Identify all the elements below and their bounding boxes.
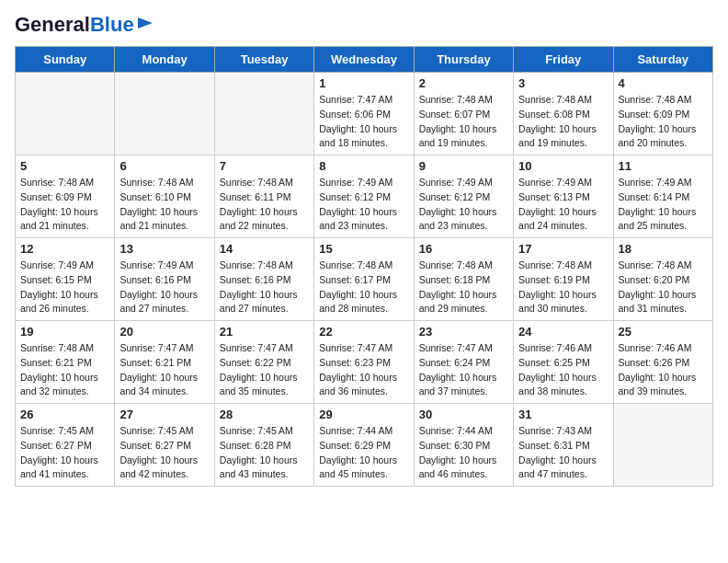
calendar-week-row: 5Sunrise: 7:48 AMSunset: 6:09 PMDaylight… [16, 155, 713, 238]
day-info: Sunrise: 7:48 AMSunset: 6:17 PMDaylight:… [319, 259, 408, 316]
day-info: Sunrise: 7:49 AMSunset: 6:13 PMDaylight:… [518, 176, 608, 234]
day-info: Sunrise: 7:48 AMSunset: 6:10 PMDaylight:… [119, 176, 209, 234]
calendar-cell: 18Sunrise: 7:48 AMSunset: 6:20 PMDayligh… [613, 238, 712, 321]
day-number: 7 [220, 159, 309, 173]
calendar-cell: 6Sunrise: 7:48 AMSunset: 6:10 PMDaylight… [115, 155, 214, 238]
day-number: 27 [119, 408, 209, 421]
calendar-cell: 15Sunrise: 7:48 AMSunset: 6:17 PMDayligh… [314, 238, 414, 321]
calendar-cell [214, 73, 313, 155]
day-info: Sunrise: 7:48 AMSunset: 6:20 PMDaylight:… [619, 259, 708, 316]
calendar-cell: 12Sunrise: 7:49 AMSunset: 6:15 PMDayligh… [16, 238, 115, 321]
calendar-table: SundayMondayTuesdayWednesdayThursdayFrid… [15, 46, 713, 487]
day-info: Sunrise: 7:44 AMSunset: 6:29 PMDaylight:… [319, 424, 408, 482]
calendar-cell: 3Sunrise: 7:48 AMSunset: 6:08 PMDaylight… [514, 73, 613, 155]
calendar-cell: 10Sunrise: 7:49 AMSunset: 6:13 PMDayligh… [514, 155, 613, 238]
day-info: Sunrise: 7:45 AMSunset: 6:28 PMDaylight:… [220, 424, 309, 482]
calendar-cell: 21Sunrise: 7:47 AMSunset: 6:22 PMDayligh… [214, 321, 313, 404]
day-number: 20 [119, 325, 209, 339]
weekday-header: Friday [514, 47, 613, 73]
day-info: Sunrise: 7:48 AMSunset: 6:21 PMDaylight:… [20, 341, 109, 399]
calendar-cell: 29Sunrise: 7:44 AMSunset: 6:29 PMDayligh… [314, 404, 414, 487]
calendar-cell [115, 73, 214, 155]
day-number: 4 [619, 76, 708, 90]
calendar-cell: 4Sunrise: 7:48 AMSunset: 6:09 PMDaylight… [613, 73, 712, 155]
day-info: Sunrise: 7:49 AMSunset: 6:14 PMDaylight:… [619, 176, 708, 234]
calendar-week-row: 26Sunrise: 7:45 AMSunset: 6:27 PMDayligh… [16, 404, 713, 487]
calendar-week-row: 19Sunrise: 7:48 AMSunset: 6:21 PMDayligh… [16, 321, 713, 404]
day-number: 2 [419, 76, 508, 90]
calendar-week-row: 1Sunrise: 7:47 AMSunset: 6:06 PMDaylight… [16, 73, 713, 155]
weekday-header: Thursday [414, 47, 513, 73]
day-number: 22 [319, 325, 408, 339]
day-number: 8 [319, 159, 408, 173]
calendar-header-row: SundayMondayTuesdayWednesdayThursdayFrid… [16, 47, 713, 73]
calendar-cell: 2Sunrise: 7:48 AMSunset: 6:07 PMDaylight… [414, 73, 513, 155]
day-number: 16 [419, 242, 508, 256]
day-number: 23 [419, 325, 508, 339]
weekday-header: Saturday [613, 47, 712, 73]
day-info: Sunrise: 7:49 AMSunset: 6:12 PMDaylight:… [419, 176, 508, 234]
calendar-cell [16, 73, 115, 155]
calendar-cell: 11Sunrise: 7:49 AMSunset: 6:14 PMDayligh… [613, 155, 712, 238]
day-number: 31 [518, 408, 608, 421]
calendar-cell: 16Sunrise: 7:48 AMSunset: 6:18 PMDayligh… [414, 238, 513, 321]
weekday-header: Sunday [16, 47, 115, 73]
day-number: 1 [319, 76, 408, 90]
calendar-cell: 27Sunrise: 7:45 AMSunset: 6:27 PMDayligh… [115, 404, 214, 487]
calendar-cell: 9Sunrise: 7:49 AMSunset: 6:12 PMDaylight… [414, 155, 513, 238]
day-number: 21 [220, 325, 309, 339]
day-info: Sunrise: 7:48 AMSunset: 6:16 PMDaylight:… [220, 259, 309, 316]
day-info: Sunrise: 7:47 AMSunset: 6:22 PMDaylight:… [220, 341, 309, 399]
calendar-cell: 13Sunrise: 7:49 AMSunset: 6:16 PMDayligh… [115, 238, 214, 321]
day-info: Sunrise: 7:44 AMSunset: 6:30 PMDaylight:… [419, 424, 508, 482]
calendar-cell: 17Sunrise: 7:48 AMSunset: 6:19 PMDayligh… [514, 238, 613, 321]
day-info: Sunrise: 7:43 AMSunset: 6:31 PMDaylight:… [518, 424, 608, 482]
day-info: Sunrise: 7:48 AMSunset: 6:09 PMDaylight:… [20, 176, 109, 234]
day-number: 5 [20, 159, 109, 173]
calendar-cell: 24Sunrise: 7:46 AMSunset: 6:25 PMDayligh… [514, 321, 613, 404]
calendar-cell: 7Sunrise: 7:48 AMSunset: 6:11 PMDaylight… [214, 155, 313, 238]
day-number: 10 [518, 159, 608, 173]
day-info: Sunrise: 7:48 AMSunset: 6:19 PMDaylight:… [518, 259, 608, 316]
day-number: 12 [20, 242, 109, 256]
day-info: Sunrise: 7:47 AMSunset: 6:24 PMDaylight:… [419, 341, 508, 399]
day-number: 19 [20, 325, 109, 339]
day-info: Sunrise: 7:47 AMSunset: 6:23 PMDaylight:… [319, 341, 408, 399]
weekday-header: Monday [115, 47, 214, 73]
day-info: Sunrise: 7:48 AMSunset: 6:18 PMDaylight:… [419, 259, 508, 316]
day-info: Sunrise: 7:49 AMSunset: 6:12 PMDaylight:… [319, 176, 408, 234]
day-number: 18 [619, 242, 708, 256]
day-number: 9 [419, 159, 508, 173]
calendar-cell: 22Sunrise: 7:47 AMSunset: 6:23 PMDayligh… [314, 321, 414, 404]
weekday-header: Wednesday [314, 47, 414, 73]
calendar-cell: 20Sunrise: 7:47 AMSunset: 6:21 PMDayligh… [115, 321, 214, 404]
weekday-header: Tuesday [214, 47, 313, 73]
logo-arrow-icon [136, 14, 154, 32]
day-info: Sunrise: 7:45 AMSunset: 6:27 PMDaylight:… [119, 424, 209, 482]
calendar-cell: 25Sunrise: 7:46 AMSunset: 6:26 PMDayligh… [613, 321, 712, 404]
calendar-cell: 30Sunrise: 7:44 AMSunset: 6:30 PMDayligh… [414, 404, 513, 487]
calendar-cell: 14Sunrise: 7:48 AMSunset: 6:16 PMDayligh… [214, 238, 313, 321]
calendar-cell: 1Sunrise: 7:47 AMSunset: 6:06 PMDaylight… [314, 73, 414, 155]
day-info: Sunrise: 7:48 AMSunset: 6:09 PMDaylight:… [619, 93, 708, 151]
day-number: 11 [619, 159, 708, 173]
day-number: 3 [518, 76, 608, 90]
day-number: 13 [119, 242, 209, 256]
calendar-cell: 8Sunrise: 7:49 AMSunset: 6:12 PMDaylight… [314, 155, 414, 238]
calendar-cell: 31Sunrise: 7:43 AMSunset: 6:31 PMDayligh… [514, 404, 613, 487]
calendar-cell: 23Sunrise: 7:47 AMSunset: 6:24 PMDayligh… [414, 321, 513, 404]
day-info: Sunrise: 7:47 AMSunset: 6:21 PMDaylight:… [119, 341, 209, 399]
day-info: Sunrise: 7:49 AMSunset: 6:15 PMDaylight:… [20, 259, 109, 316]
day-info: Sunrise: 7:48 AMSunset: 6:07 PMDaylight:… [419, 93, 508, 151]
svg-marker-0 [138, 17, 153, 29]
calendar-week-row: 12Sunrise: 7:49 AMSunset: 6:15 PMDayligh… [16, 238, 713, 321]
logo-text: GeneralBlue [15, 15, 134, 35]
calendar-cell: 5Sunrise: 7:48 AMSunset: 6:09 PMDaylight… [16, 155, 115, 238]
day-info: Sunrise: 7:48 AMSunset: 6:08 PMDaylight:… [518, 93, 608, 151]
day-number: 30 [419, 408, 508, 421]
day-info: Sunrise: 7:48 AMSunset: 6:11 PMDaylight:… [220, 176, 309, 234]
calendar-cell: 28Sunrise: 7:45 AMSunset: 6:28 PMDayligh… [214, 404, 313, 487]
day-number: 14 [220, 242, 309, 256]
calendar-cell: 19Sunrise: 7:48 AMSunset: 6:21 PMDayligh… [16, 321, 115, 404]
day-info: Sunrise: 7:49 AMSunset: 6:16 PMDaylight:… [119, 259, 209, 316]
